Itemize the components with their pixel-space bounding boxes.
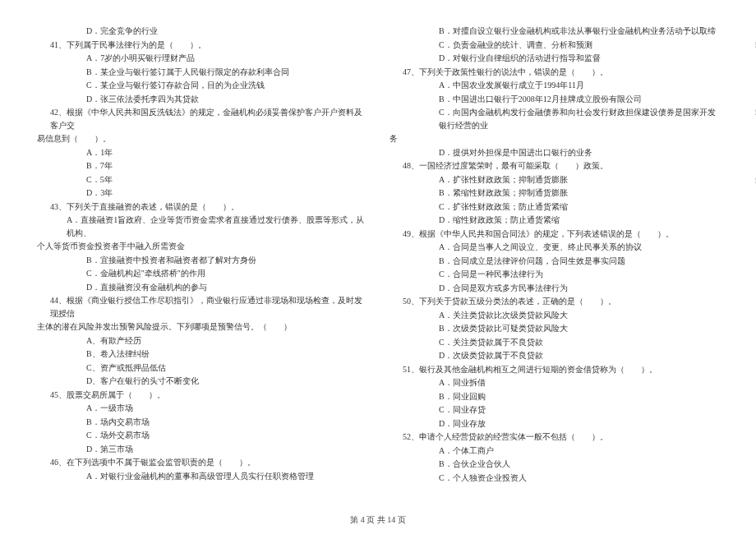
- q52-stem: 52、申请个人经营贷款的经营实体一般不包括（ ）。: [390, 430, 719, 444]
- q54-stem: 54、当事人对保证方式没有约定或约定不明确的，按照（ ）方式承担保证责任。: [742, 106, 756, 119]
- q48-opt-d: D．缩性财政政策；防止通货紧缩: [390, 214, 719, 227]
- q46-opt-a: A．对银行业金融机构的董事和高级管理人员实行任职资格管理: [37, 470, 366, 483]
- q43-opt-a-line2: 个人等货币资金投资者手中融入所需资金: [37, 240, 366, 253]
- q52-opt-c: C．个人独资企业投资人: [390, 472, 719, 485]
- q43-opt-c: C．金融机构起"牵线搭桥"的作用: [37, 267, 366, 280]
- q52-opt-b: B．合伙企业合伙人: [390, 458, 719, 471]
- q45-stem: 45、股票交易所属于（ ）。: [37, 389, 366, 402]
- q51-opt-b: B．同业回购: [390, 390, 719, 403]
- q41-opt-c: C．某企业与银行签订存款合同，目的为企业洗钱: [37, 79, 366, 92]
- q47-opt-c-line2: 务: [390, 132, 719, 145]
- q49-stem: 49、根据《中华人民共和国合同法》的规定，下列表述错误的是（ ）。: [390, 228, 719, 241]
- q48-opt-a: A．扩张性财政政策；抑制通货膨胀: [390, 173, 719, 186]
- q47-stem: 47、下列关于政策性银行的说法中，错误的是（ ）。: [390, 66, 719, 79]
- q44-opt-a: A、有欺产经历: [37, 334, 366, 348]
- q48-stem: 48、一国经济过度繁荣时，最有可能采取（ ）政策。: [390, 159, 719, 173]
- q47-opt-b: B．中国进出口银行于2008年12月挂牌成立股份有限公司: [390, 93, 719, 106]
- q51-stem: 51、银行及其他金融机构相互之间进行短期的资金借贷称为（ ）。: [390, 363, 719, 376]
- q48-opt-b: B．紧缩性财政政策；抑制通货膨胀: [390, 186, 719, 200]
- orphan-option: D．完全竞争的行业: [37, 25, 366, 38]
- q50-opt-d: D．次级类贷款属于不良贷款: [390, 349, 719, 362]
- q55-stem: 55、完全竞争的行业的根本特点是（ ）。: [742, 174, 756, 187]
- q53-opt-c: C:20年: [742, 79, 756, 92]
- q48-opt-c: C．扩张性财政政策；防止通货紧缩: [390, 200, 719, 214]
- q45-opt-c: C．场外交易市场: [37, 429, 366, 442]
- page-footer: 第 4 页 共 14 页: [0, 514, 756, 526]
- q47-opt-d: D．提供对外担保是中国进出口银行的业务: [390, 146, 719, 159]
- q54-opt-c: C．法定责任: [742, 147, 756, 160]
- q42-opt-c: C．5年: [37, 173, 366, 186]
- q49-opt-d: D．合同是双方或多方民事法律行为: [390, 282, 719, 295]
- q53-opt-a: A:10年: [742, 52, 756, 65]
- q44-stem-line1: 44、根据《商业银行授信工作尽职指引》，商业银行应通过非现场和现场检查，及时发现…: [37, 294, 366, 320]
- q53-opt-d: D:30年: [742, 93, 756, 106]
- q49-opt-b: B．合同成立是法律评价问题，合同生效是事实问题: [390, 255, 719, 268]
- q41-stem: 41、下列属于民事法律行为的是（ ）。: [37, 39, 366, 52]
- q41-opt-b: B．某企业与银行签订属于人民银行限定的存款利率合同: [37, 66, 366, 79]
- q44-opt-d: D、客户在银行的头寸不断变化: [37, 375, 366, 388]
- q46-stem: 46、在下列选项中不属于银监会监管职责的是（ ）。: [37, 456, 366, 469]
- q50-opt-b: B．次级类贷款比可疑类贷款风险大: [390, 322, 719, 335]
- q51-opt-a: A．同业拆借: [390, 376, 719, 389]
- page-body: D．完全竞争的行业 41、下列属于民事法律行为的是（ ）。 A．7岁的小明买银行…: [37, 25, 719, 493]
- q41-opt-d: D．张三依法委托李四为其贷款: [37, 93, 366, 106]
- q53-stem: 53、个人住房贷款期限一般不超过（ ）。: [742, 39, 756, 52]
- q52-opt-a: A．个体工商户: [390, 444, 719, 458]
- q55-opt-a: A．生产资料可以完全流动: [742, 187, 756, 200]
- q54-opt-d: D．一般保证: [742, 160, 756, 173]
- q46-opt-c: C．负责金融业的统计、调查、分析和预测: [390, 39, 719, 52]
- q53-opt-b: B:15年: [742, 66, 756, 79]
- q41-opt-a: A．7岁的小明买银行理财产品: [37, 52, 366, 65]
- q51-opt-c: C．同业存贷: [390, 403, 719, 417]
- q49-opt-a: A．合同是当事人之间设立、变更、终止民事关系的协议: [390, 241, 719, 254]
- q42-stem: 42、根据《中华人民共和国反洗钱法》的规定，金融机构必须妥善保护客户开户资料及客…: [37, 106, 366, 131]
- q54-opt-b: B．连带责任保证: [742, 133, 756, 146]
- q42-opt-b: B．7年: [37, 159, 366, 173]
- q50-stem: 50、下列关于贷款五级分类法的表述，正确的是（ ）。: [390, 295, 719, 308]
- q47-opt-c-line1: C．向国内金融机构发行金融债券和向社会发行财政担保建设债券是国家开发银行经营的业: [390, 106, 719, 131]
- q54-opt-a: A．特殊保证: [742, 120, 756, 133]
- q42-stem-cont: 易信息到（ ）。: [37, 132, 366, 145]
- q45-opt-b: B．场内交易市场: [37, 416, 366, 429]
- q43-stem: 43、下列关于直接融资的表述，错误的是（ ）。: [37, 200, 366, 214]
- q43-opt-b: B．宜接融资中投资者和融资者都了解对方身份: [37, 254, 366, 267]
- q44-stem-line2: 主体的潜在风险并发出预警风险提示。下列哪项是预警信号。（ ）: [37, 320, 366, 334]
- q43-opt-d: D．直接融资没有金融机构的参与: [37, 281, 366, 294]
- q52-opt-d: D．有限公司法人代表: [742, 25, 756, 38]
- q42-opt-a: A．1年: [37, 146, 366, 159]
- q43-opt-a-line1: A．直接融资1旨政府、企业等货币资金需求者直接通过发行债券、股票等形式，从机构、: [37, 214, 366, 239]
- q44-opt-c: C、资产或抵押品低估: [37, 361, 366, 375]
- q45-opt-a: A．一级市场: [37, 402, 366, 415]
- q49-opt-c: C．合同是一种民事法律行为: [390, 268, 719, 281]
- q46-opt-d: D．对银行业自律组织的活动进行指导和监督: [390, 52, 719, 65]
- q46-opt-b: B．对擅自设立银行业金融机构或非法从事银行业金融机构业务活动予以取缔: [390, 25, 719, 38]
- q47-opt-a: A．中国农业发展银行成立于1994年11月: [390, 79, 719, 92]
- q45-opt-d: D．第三市场: [37, 443, 366, 456]
- q51-opt-d: D．同业存放: [390, 417, 719, 430]
- q50-opt-a: A．关注类贷款比次级类贷款风险大: [390, 309, 719, 322]
- q50-opt-c: C．关注类贷款属于不良贷款: [390, 336, 719, 349]
- q55-opt-b: B．企业的产品无差异: [742, 201, 756, 214]
- q42-opt-d: D．3年: [37, 186, 366, 200]
- q44-opt-b: B、卷入法律纠纷: [37, 348, 366, 361]
